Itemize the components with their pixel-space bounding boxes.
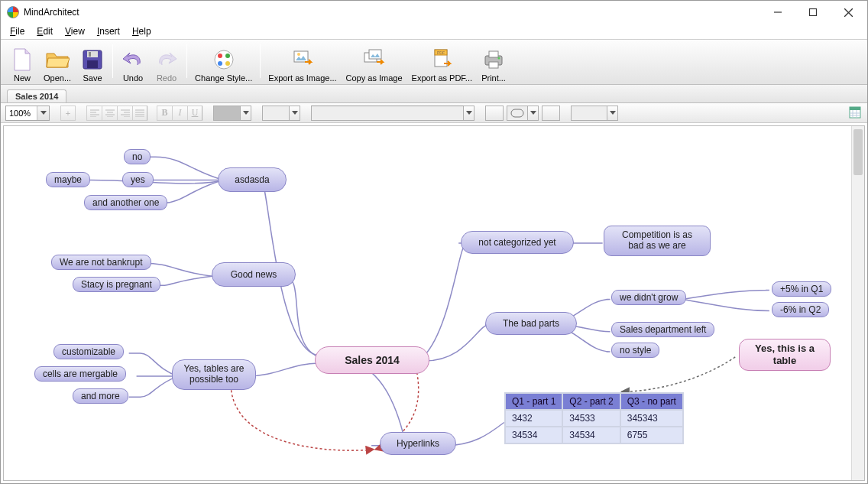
table-header[interactable]: Q3 - no part xyxy=(620,393,683,410)
menu-file[interactable]: File xyxy=(5,24,29,38)
new-file-icon xyxy=(10,47,34,72)
new-button[interactable]: New xyxy=(5,41,39,83)
table-cell[interactable]: 345343 xyxy=(620,410,683,427)
menu-insert[interactable]: Insert xyxy=(92,24,125,38)
node-didnt-grow[interactable]: we didn't grow xyxy=(611,290,686,305)
zoom-value: 100% xyxy=(6,109,37,118)
node-plus5[interactable]: +5% in Q1 xyxy=(772,281,831,297)
table-cell[interactable]: 34533 xyxy=(562,410,620,427)
add-sibling-button[interactable]: + xyxy=(60,106,76,121)
node-no[interactable]: no xyxy=(124,149,151,164)
callout-this-is-table[interactable]: Yes, this is a table xyxy=(739,339,831,371)
toolbar-separator xyxy=(260,44,261,78)
redo-button[interactable]: Redo xyxy=(150,41,183,83)
maximize-button[interactable] xyxy=(795,1,831,24)
vertical-scrollbar[interactable] xyxy=(851,126,864,480)
svg-rect-7 xyxy=(89,52,91,57)
new-label: New xyxy=(14,73,31,83)
node-no-style[interactable]: no style xyxy=(611,343,659,358)
export-image-button[interactable]: Export as Image... xyxy=(264,41,341,83)
open-button[interactable]: Open... xyxy=(39,41,76,83)
node-stacy[interactable]: Stacy is pregnant xyxy=(73,277,160,292)
root-node[interactable]: Sales 2014 xyxy=(315,346,429,374)
menu-edit[interactable]: Edit xyxy=(32,24,57,38)
zoom-dropdown-icon[interactable] xyxy=(37,106,49,120)
table-cell[interactable]: 3432 xyxy=(505,410,562,427)
save-button[interactable]: Save xyxy=(76,41,109,83)
export-pdf-button[interactable]: PDF Export as PDF... xyxy=(407,41,477,83)
node-bad-parts[interactable]: The bad parts xyxy=(485,312,577,335)
format-toolbar: 100% + B I U xyxy=(1,103,867,123)
node-not-categorized[interactable]: not categorized yet xyxy=(461,231,574,254)
underline-button[interactable]: U xyxy=(187,106,202,121)
node-asdasda[interactable]: asdasda xyxy=(218,167,287,192)
shape-selector[interactable] xyxy=(507,106,539,121)
fill-color-picker[interactable] xyxy=(262,106,300,121)
menu-bar: File Edit View Insert Help xyxy=(1,24,867,39)
node-competition[interactable]: Competition is as bad as we are xyxy=(604,226,711,256)
edge-style-b-button[interactable] xyxy=(542,106,560,121)
export-pdf-label: Export as PDF... xyxy=(412,73,472,83)
zoom-selector[interactable]: 100% xyxy=(5,106,50,121)
node-not-bankrupt[interactable]: We are not bankrupt xyxy=(51,255,151,270)
scrollbar-thumb[interactable] xyxy=(853,129,863,175)
edge-style-a-button[interactable] xyxy=(485,106,504,121)
node-tables[interactable]: Yes, tables are possible too xyxy=(172,359,256,390)
copy-image-label: Copy as Image xyxy=(346,73,403,83)
toolbar-separator xyxy=(112,44,113,78)
mindmap-canvas[interactable]: Sales 2014 asdasda no yes maybe and anot… xyxy=(4,126,851,480)
change-style-button[interactable]: Change Style... xyxy=(190,41,257,83)
menu-help[interactable]: Help xyxy=(128,24,156,38)
node-another[interactable]: and another one xyxy=(84,195,167,210)
svg-rect-42 xyxy=(850,107,860,110)
embedded-table[interactable]: Q1 - part 1 Q2 - part 2 Q3 - no part 343… xyxy=(504,392,684,444)
node-maybe[interactable]: maybe xyxy=(46,172,90,187)
table-cell[interactable]: 34534 xyxy=(562,427,620,443)
export-pdf-icon: PDF xyxy=(429,47,454,72)
italic-button[interactable]: I xyxy=(172,106,187,121)
close-button[interactable] xyxy=(831,1,866,24)
align-left-button[interactable] xyxy=(86,106,102,121)
undo-icon xyxy=(121,47,145,72)
text-color-picker[interactable] xyxy=(213,106,251,121)
minimize-button[interactable] xyxy=(760,1,795,24)
node-sales-left[interactable]: Sales department left xyxy=(611,322,714,337)
svg-rect-1 xyxy=(810,9,817,16)
line-color-picker[interactable] xyxy=(571,106,618,121)
toolbar-separator xyxy=(186,44,187,78)
svg-rect-16 xyxy=(369,50,381,59)
node-yes[interactable]: yes xyxy=(122,172,154,187)
print-button[interactable]: Print... xyxy=(477,41,510,83)
svg-text:PDF: PDF xyxy=(437,50,445,55)
table-header[interactable]: Q2 - part 2 xyxy=(562,393,620,410)
undo-label: Undo xyxy=(123,73,143,83)
canvas-container: Sales 2014 asdasda no yes maybe and anot… xyxy=(3,125,865,481)
table-cell[interactable]: 34534 xyxy=(505,427,562,443)
font-selector[interactable] xyxy=(311,106,474,121)
save-label: Save xyxy=(83,73,102,83)
svg-rect-6 xyxy=(87,60,98,68)
align-group xyxy=(86,106,147,121)
align-right-button[interactable] xyxy=(117,106,132,121)
svg-point-14 xyxy=(297,53,300,56)
svg-point-12 xyxy=(225,61,230,66)
node-and-more[interactable]: and more xyxy=(73,388,128,404)
copy-image-button[interactable]: Copy as Image xyxy=(342,41,407,83)
node-hyperlinks[interactable]: Hyperlinks xyxy=(380,432,456,455)
menu-view[interactable]: View xyxy=(60,24,89,38)
undo-button[interactable]: Undo xyxy=(116,41,150,83)
copy-image-icon xyxy=(362,47,387,72)
align-center-button[interactable] xyxy=(102,106,117,121)
node-minus6[interactable]: -6% in Q2 xyxy=(772,302,829,317)
align-justify-button[interactable] xyxy=(132,106,147,121)
node-good-news[interactable]: Good news xyxy=(212,262,296,287)
export-image-label: Export as Image... xyxy=(268,73,336,83)
table-header[interactable]: Q1 - part 1 xyxy=(505,393,562,410)
document-tab[interactable]: Sales 2014 xyxy=(7,89,66,102)
node-customizable[interactable]: customizable xyxy=(53,344,124,359)
change-style-label: Change Style... xyxy=(195,73,252,83)
node-mergable[interactable]: cells are mergable xyxy=(34,366,126,382)
table-cell[interactable]: 6755 xyxy=(620,427,683,443)
overview-icon[interactable] xyxy=(849,106,863,120)
bold-button[interactable]: B xyxy=(157,106,172,121)
